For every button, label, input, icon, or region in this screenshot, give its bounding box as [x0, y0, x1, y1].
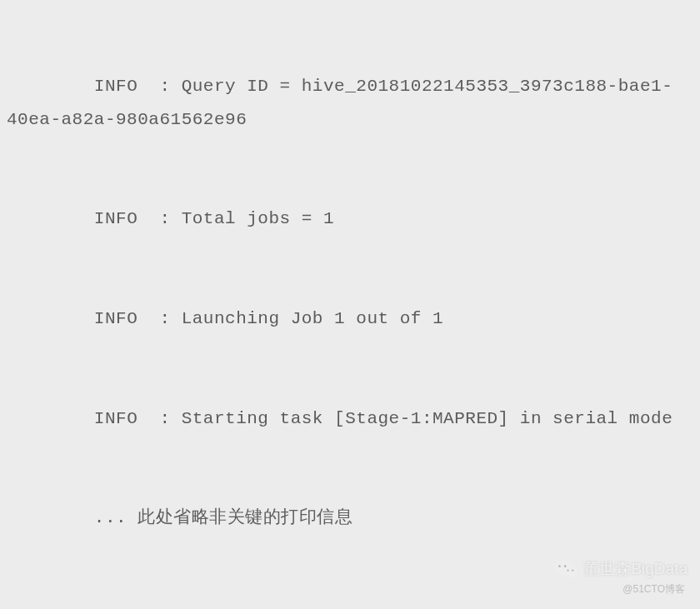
log-line-launching-job: INFO : Launching Job 1 out of 1	[7, 302, 693, 336]
log-output: INFO : Query ID = hive_20181022145353_39…	[7, 3, 693, 609]
log-line-cumulative-cpu: INFO : MapReduce Total cumulative CPU ti…	[7, 602, 693, 609]
wechat-icon	[553, 558, 578, 580]
log-line-omitted-note: ... 此处省略非关键的打印信息	[7, 502, 693, 535]
svg-point-3	[564, 565, 567, 567]
svg-point-2	[559, 565, 562, 567]
log-line-total-jobs: INFO : Total jobs = 1	[7, 202, 693, 236]
svg-point-4	[568, 570, 569, 572]
svg-point-5	[572, 570, 574, 572]
log-line-query-id: INFO : Query ID = hive_20181022145353_39…	[7, 70, 693, 137]
sub-watermark: @51CTO博客	[622, 580, 685, 599]
svg-point-1	[564, 566, 578, 577]
log-line-starting-task: INFO : Starting task [Stage-1:MAPRED] in…	[7, 402, 693, 436]
